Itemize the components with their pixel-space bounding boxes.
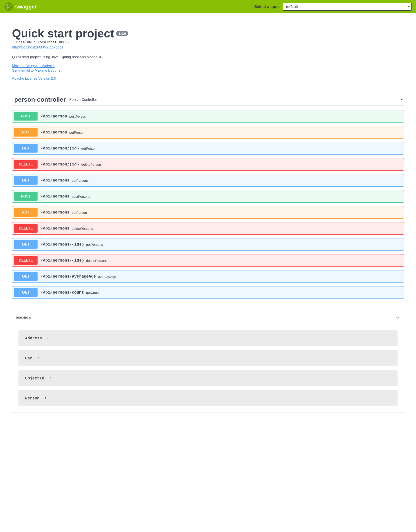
operation-path: /api/person [41,114,67,118]
api-title: Quick start project 1.0.0 [12,27,128,40]
operation-block[interactable]: DELETE /api/persons deletePersons [12,222,404,235]
chevron-right-icon [37,356,40,360]
operation-block[interactable]: DELETE /api/persons/{ids} deletePersons [12,254,404,267]
operation-block[interactable]: GET /api/persons/{ids} getPersons [12,238,404,251]
operation-description: deletePersons [72,227,93,230]
models-section: Models Address Car ObjectId [12,312,404,413]
operation-description: getPersons [86,243,103,246]
models-body: Address Car ObjectId Person [12,324,404,413]
tag-description: Person Controller [69,98,396,102]
operation-summary[interactable]: GET /api/person/{id} getPerson [12,142,404,154]
operation-summary[interactable]: PUT /api/persons putPerson [12,206,404,218]
operation-block[interactable]: DELETE /api/person/{id} deletePerson [12,158,404,171]
model-item[interactable]: ObjectId [19,370,397,386]
operation-path: /api/persons/averageAge [41,274,96,279]
chevron-right-icon [49,376,52,380]
operation-description: putPerson [72,211,87,214]
method-badge: PUT [14,208,38,217]
operation-path: /api/person/{id} [41,162,79,167]
api-docs-link[interactable]: http://localhost:8080/v2/api-docs [12,45,404,49]
chevron-down-icon [399,97,404,102]
operation-description: getPersons [72,179,89,182]
operation-path: /api/persons [41,226,70,231]
operation-block[interactable]: PUT /api/person putPerson [12,126,404,139]
model-name: ObjectId [25,376,44,381]
model-item[interactable]: Address [19,330,397,346]
operation-description: postPersons [72,195,90,198]
method-badge: GET [14,240,38,249]
operation-path: /api/persons/{ids} [41,242,84,247]
method-badge: GET [14,288,38,297]
method-badge: DELETE [14,256,38,265]
topbar-controls: Select a spec default [254,3,412,11]
operation-description: getPerson [81,146,96,150]
api-title-text: Quick start project [12,27,114,40]
api-description: Quick start project using Java, Spring b… [12,55,404,59]
operation-block[interactable]: GET /api/persons/averageAge averageAge [12,270,404,283]
spec-select-label: Select a spec [254,4,280,9]
operation-description: getCount [86,291,100,294]
tag-name: person-controller [14,96,66,103]
model-name: Address [25,336,42,340]
tag-header[interactable]: person-controller Person Controller [12,94,404,106]
operation-path: /api/person/{id} [41,146,79,151]
method-badge: PUT [14,128,38,136]
model-name: Car [25,356,32,360]
method-badge: DELETE [14,160,38,169]
operation-description: deletePerson [81,163,101,166]
model-item[interactable]: Car [19,350,397,366]
chevron-right-icon [47,336,49,340]
model-name: Person [25,396,39,401]
models-header[interactable]: Models [12,312,404,324]
model-item[interactable]: Person [19,390,397,406]
method-badge: GET [14,272,38,281]
method-badge: GET [14,176,38,184]
contact-email-link[interactable]: Send email to Maxime Beugnet [12,68,404,73]
operation-summary[interactable]: DELETE /api/persons deletePersons [12,222,404,234]
method-badge: GET [14,144,38,153]
operations-list: POST /api/person postPerson PUT /api/per… [12,110,404,299]
operation-block[interactable]: GET /api/persons/count getCount [12,286,404,299]
operation-summary[interactable]: POST /api/person postPerson [12,110,404,122]
operation-description: averageAge [98,275,116,279]
tag-section: person-controller Person Controller POST… [12,94,404,299]
topbar: {:} swagger Select a spec default [0,0,416,13]
version-badge: 1.0.0 [116,31,128,36]
operation-block[interactable]: GET /api/persons getPersons [12,174,404,187]
operation-summary[interactable]: GET /api/persons/count getCount [12,286,404,299]
swagger-logo-icon: {:} [4,2,13,11]
operation-path: /api/persons [41,178,70,183]
method-badge: POST [14,112,38,121]
operation-summary[interactable]: GET /api/persons/{ids} getPersons [12,238,404,251]
method-badge: DELETE [14,224,38,233]
brand-title: swagger [15,4,37,10]
chevron-down-icon [395,315,400,321]
operation-block[interactable]: POST /api/person postPerson [12,110,404,123]
svg-text:{:}: {:} [7,6,10,8]
api-info: Quick start project 1.0.0 [ Base URL: lo… [12,27,404,80]
operation-summary[interactable]: DELETE /api/person/{id} deletePerson [12,158,404,170]
operation-summary[interactable]: PUT /api/person putPerson [12,126,404,138]
operation-block[interactable]: GET /api/person/{id} getPerson [12,142,404,155]
operation-block[interactable]: POST /api/persons postPersons [12,190,404,203]
operation-block[interactable]: PUT /api/persons putPerson [12,206,404,219]
base-url: [ Base URL: localhost:8080/ ] [12,40,404,45]
method-badge: POST [14,192,38,201]
operation-path: /api/persons [41,194,70,199]
models-title: Models [16,316,31,320]
operation-path: /api/persons/{ids} [41,258,84,263]
topbar-brand[interactable]: {:} swagger [4,2,37,11]
spec-select[interactable]: default [283,3,412,11]
operation-path: /api/persons [41,210,70,215]
operation-description: postPerson [69,115,86,118]
operation-description: putPerson [69,131,85,134]
operation-path: /api/person [41,130,67,135]
operation-description: deletePersons [86,259,107,262]
operation-summary[interactable]: GET /api/persons/averageAge averageAge [12,271,404,282]
license-link[interactable]: Apache License Version 2.0 [12,77,56,80]
operation-summary[interactable]: DELETE /api/persons/{ids} deletePersons [12,254,404,266]
contact-website-link[interactable]: Maxime Beugnet - Website [12,64,404,68]
operation-summary[interactable]: GET /api/persons getPersons [12,174,404,186]
contact-links: Maxime Beugnet - Website Send email to M… [12,64,404,73]
operation-summary[interactable]: POST /api/persons postPersons [12,190,404,202]
